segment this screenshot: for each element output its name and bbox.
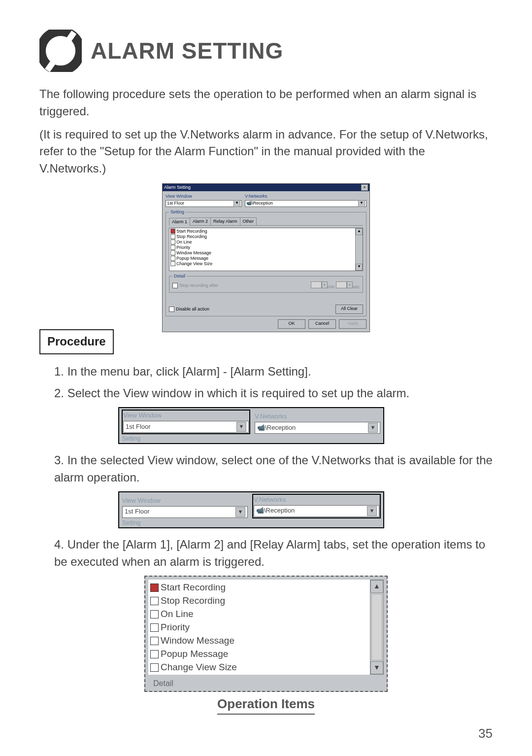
minutes-stepper[interactable]: ▴ bbox=[311, 281, 328, 288]
scroll-thumb[interactable] bbox=[371, 594, 382, 660]
view-window-inset: View Window 1st Floor ▼ V.Networks 📹\Rec… bbox=[118, 407, 384, 444]
vnetworks-label: V.Networks bbox=[245, 193, 366, 200]
cancel-button[interactable]: Cancel bbox=[308, 319, 336, 329]
step-3: In the selected View window, select one … bbox=[54, 452, 493, 486]
page-title: ALARM SETTING bbox=[91, 34, 283, 68]
procedure-heading: Procedure bbox=[39, 329, 114, 354]
chevron-down-icon[interactable]: ▼ bbox=[236, 422, 246, 432]
view-window-label: View Window bbox=[166, 193, 242, 200]
chevron-down-icon[interactable]: ▼ bbox=[235, 507, 245, 517]
ok-button[interactable]: OK bbox=[278, 319, 305, 329]
list-item[interactable]: Change View Size bbox=[150, 660, 368, 674]
list-item[interactable]: On Line bbox=[150, 607, 368, 620]
tab-alarm1[interactable]: Alarm 1 bbox=[169, 218, 190, 226]
close-icon[interactable]: × bbox=[361, 184, 368, 191]
page-header: ALARM SETTING bbox=[39, 30, 493, 72]
vnetworks-inset: View Window 1st Floor ▼ V.Networks 📹\Rec… bbox=[118, 491, 384, 528]
dialog-title: Alarm Setting bbox=[164, 184, 191, 191]
vnetworks-select[interactable]: 📹\Reception ▼ bbox=[254, 505, 379, 517]
list-item[interactable]: Window Message bbox=[170, 250, 354, 256]
tabs: Alarm 1 Alarm 2 Relay Alarm Other bbox=[169, 217, 363, 226]
tab-alarm2[interactable]: Alarm 2 bbox=[190, 217, 211, 225]
alarm-setting-dialog: Alarm Setting × View Window 1st Floor ▼ … bbox=[162, 183, 370, 332]
intro-paragraph-1: The following procedure sets the operati… bbox=[39, 86, 493, 120]
list-item[interactable]: Priority bbox=[150, 620, 368, 634]
list-item[interactable]: Popup Message bbox=[170, 256, 354, 261]
scroll-up-icon[interactable]: ▲ bbox=[356, 228, 363, 235]
logo-icon bbox=[39, 30, 82, 72]
scroll-up-icon[interactable]: ▲ bbox=[370, 580, 383, 593]
list-item[interactable]: Window Message bbox=[150, 634, 368, 647]
scroll-down-icon[interactable]: ▼ bbox=[356, 264, 363, 271]
setting-group: Setting Alarm 1 Alarm 2 Relay Alarm Othe… bbox=[166, 209, 366, 316]
detail-group: Detail Stop recording after ▴min ▴sec bbox=[169, 273, 363, 293]
tab-other[interactable]: Other bbox=[240, 217, 257, 225]
procedure-list: In the selected View window, select one … bbox=[54, 452, 493, 486]
operation-items-caption: Operation Items bbox=[217, 695, 315, 715]
step-4: Under the [Alarm 1], [Alarm 2] and [Rela… bbox=[54, 536, 493, 571]
tab-relay-alarm[interactable]: Relay Alarm bbox=[210, 217, 240, 225]
chevron-down-icon[interactable]: ▼ bbox=[368, 423, 378, 433]
vnetworks-select[interactable]: 📹 \Reception ▼ bbox=[245, 200, 366, 207]
apply-button[interactable]: Apply bbox=[339, 319, 366, 329]
chevron-down-icon[interactable]: ▼ bbox=[358, 200, 365, 207]
view-window-select[interactable]: 1st Floor ▼ bbox=[166, 200, 242, 207]
list-item[interactable]: On Line bbox=[170, 240, 354, 245]
all-clear-button[interactable]: All Clear bbox=[335, 305, 363, 314]
list-item[interactable]: Stop Recording bbox=[150, 594, 368, 607]
seconds-stepper[interactable]: ▴ bbox=[336, 281, 353, 288]
procedure-list: In the menu bar, click [Alarm] - [Alarm … bbox=[54, 363, 493, 403]
list-item[interactable]: Change View Size bbox=[170, 261, 354, 267]
view-window-select[interactable]: 1st Floor ▼ bbox=[122, 506, 248, 518]
scroll-down-icon[interactable]: ▼ bbox=[370, 661, 383, 674]
vnetworks-select[interactable]: 📹\Reception ▼ bbox=[255, 422, 380, 434]
chevron-down-icon[interactable]: ▼ bbox=[367, 506, 377, 516]
stop-after-checkbox[interactable] bbox=[172, 283, 178, 288]
page-number: 35 bbox=[39, 724, 493, 743]
procedure-list: Under the [Alarm 1], [Alarm 2] and [Rela… bbox=[54, 536, 493, 571]
operation-items-box: Start Recording Stop Recording On Line P… bbox=[144, 576, 388, 692]
step-2: Select the View window in which it is re… bbox=[54, 385, 493, 402]
list-item[interactable]: Start Recording bbox=[170, 229, 354, 234]
chevron-down-icon[interactable]: ▼ bbox=[233, 200, 240, 207]
list-item[interactable]: Popup Message bbox=[150, 647, 368, 660]
operation-items-list: Start Recording Stop Recording On Line P… bbox=[169, 228, 363, 271]
disable-all-checkbox[interactable] bbox=[169, 307, 174, 312]
list-item[interactable]: Stop Recording bbox=[170, 234, 354, 240]
intro-paragraph-2: (It is required to set up the V.Networks… bbox=[39, 126, 493, 177]
step-1: In the menu bar, click [Alarm] - [Alarm … bbox=[54, 363, 493, 380]
view-window-select[interactable]: 1st Floor ▼ bbox=[123, 421, 249, 433]
list-item[interactable]: Priority bbox=[170, 245, 354, 250]
list-item[interactable]: Start Recording bbox=[150, 581, 368, 594]
